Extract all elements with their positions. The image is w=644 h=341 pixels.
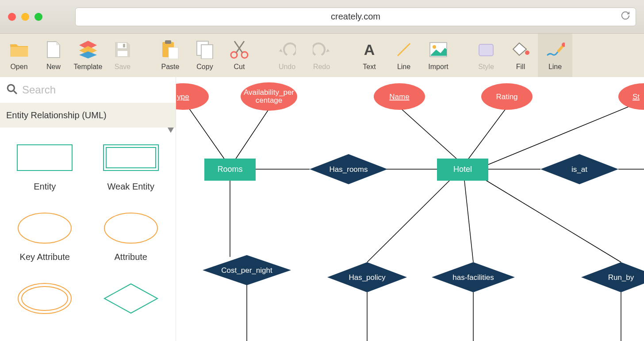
relationship-has-policy[interactable]: Has_policy [327,262,407,292]
window-controls [8,13,42,21]
diagram-canvas[interactable]: ype Availability_per centage Name Rating… [176,77,644,341]
cut-button[interactable]: Cut [222,34,257,77]
svg-rect-21 [106,147,156,168]
new-button[interactable]: New [36,34,71,77]
svg-text:Rooms: Rooms [217,165,242,174]
svg-rect-20 [104,145,158,170]
entity-rooms[interactable]: Rooms [204,159,256,181]
shape-label: Attribute [115,252,147,262]
cut-icon [230,40,249,59]
line-style-label: Line [548,63,562,71]
maximize-window-button[interactable] [34,13,42,21]
cut-label: Cut [234,63,245,71]
svg-rect-14 [479,44,493,56]
svg-text:centage: centage [256,96,283,105]
address-bar[interactable]: creately.com [75,8,636,26]
weak-entity-preview-icon [102,143,160,172]
shape-attribute[interactable]: Attribute [94,214,168,262]
relationship-has-rooms[interactable]: Has_rooms [310,154,387,184]
text-tool-button[interactable]: A Text [352,34,387,77]
svg-rect-1 [123,44,125,47]
open-button[interactable]: Open [2,34,36,77]
svg-text:has-facilities: has-facilities [452,273,494,282]
folder-icon [9,40,29,59]
svg-text:Has_policy: Has_policy [349,273,386,282]
undo-label: Undo [279,63,295,71]
svg-text:St: St [632,93,640,101]
browser-chrome: creately.com [0,0,644,34]
svg-rect-5 [169,47,178,59]
svg-text:is_at: is_at [571,165,587,174]
style-label: Style [478,63,494,71]
svg-point-23 [104,213,157,243]
attribute-name[interactable]: Name [374,83,425,110]
save-button[interactable]: Save [105,34,140,77]
category-header[interactable]: Entity Relationship (UML) [0,103,176,128]
redo-button[interactable]: Redo [304,34,339,77]
main-toolbar: Open New Template Save Paste [0,34,644,77]
svg-line-26 [188,106,225,159]
shape-key-attribute[interactable]: Key Attribute [8,214,82,262]
relationship-run-by[interactable]: Run_by [581,262,644,292]
template-button[interactable]: Template [71,34,105,77]
svg-point-25 [22,287,68,310]
undo-button[interactable]: Undo [270,34,304,77]
pencil-icon [545,40,565,59]
relationship-has-facilities[interactable]: has-facilities [432,262,515,292]
minimize-window-button[interactable] [21,13,29,21]
svg-rect-4 [165,40,171,44]
save-icon [113,40,132,59]
relationship-is-at[interactable]: is_at [540,154,618,184]
attribute-type[interactable]: ype [176,83,209,110]
svg-rect-19 [17,145,72,170]
key-attribute-preview-icon [16,214,73,242]
fill-icon [511,40,530,59]
copy-label: Copy [196,63,213,71]
shapes-sidebar: Entity Relationship (UML) Entity [0,77,176,341]
svg-point-15 [525,50,529,55]
relationship-preview-icon [102,284,160,313]
text-icon: A [360,40,379,59]
shape-relationship[interactable] [94,284,168,313]
svg-point-52 [618,83,644,110]
svg-text:Hotel: Hotel [453,165,472,174]
svg-point-13 [433,45,436,49]
import-button[interactable]: Import [421,34,456,77]
copy-button[interactable]: Copy [188,34,222,77]
line-icon [394,40,414,59]
entity-hotel[interactable]: Hotel [437,159,488,181]
line-tool-button[interactable]: Line [387,34,421,77]
search-input[interactable] [22,84,169,96]
open-label: Open [10,63,27,71]
close-window-button[interactable] [8,13,16,21]
style-button[interactable]: Style [469,34,503,77]
relationship-cost-per-night[interactable]: Cost_per_night [203,255,291,285]
shape-label: Weak Entity [107,182,154,192]
fill-button[interactable]: Fill [503,34,538,77]
svg-point-22 [18,213,71,243]
shape-multivalue-attribute[interactable] [8,284,82,313]
new-file-icon [44,40,63,59]
attribute-st[interactable]: St [618,83,644,110]
svg-text:Cost_per_night: Cost_per_night [221,266,272,275]
save-label: Save [115,63,130,71]
paste-button[interactable]: Paste [153,34,188,77]
style-icon [476,40,496,59]
svg-line-28 [399,107,457,159]
workspace: Entity Relationship (UML) Entity [0,77,644,341]
svg-rect-2 [118,51,127,56]
svg-line-11 [398,43,410,56]
shape-weak-entity[interactable]: Weak Entity [94,143,168,192]
svg-text:Name: Name [389,93,409,101]
copy-icon [195,40,215,59]
attribute-rating[interactable]: Rating [481,83,533,110]
scroll-up-icon[interactable] [168,128,174,133]
shape-label: Key Attribute [20,252,70,262]
attribute-availability[interactable]: Availability_per centage [241,82,297,111]
shape-entity[interactable]: Entity [8,143,82,192]
line-style-button[interactable]: Line [538,34,572,77]
paste-icon [161,40,180,59]
reload-icon[interactable] [621,11,630,23]
svg-text:Rating: Rating [496,93,518,101]
svg-point-24 [18,283,71,314]
